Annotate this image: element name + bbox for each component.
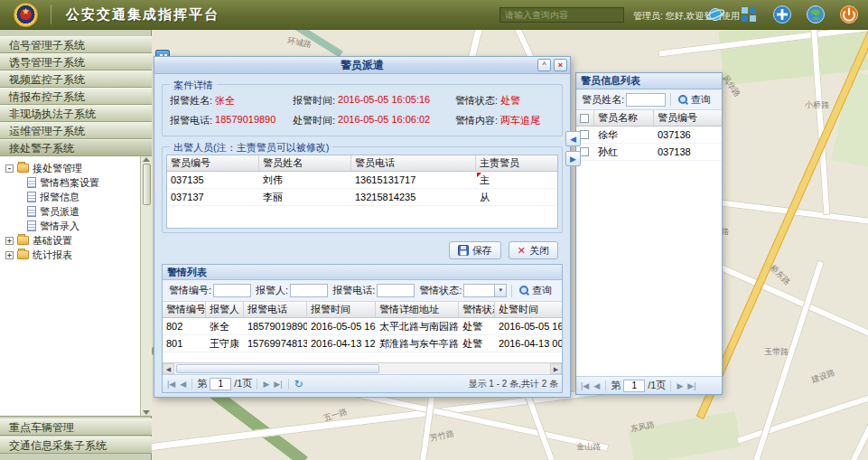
refresh-icon[interactable]: ↻ [294,380,304,389]
globe-orbit-icon[interactable] [705,5,725,24]
collapse-dialog-icon[interactable]: ^ [537,59,551,71]
collapse-icon[interactable]: - [5,164,14,173]
sidebar-item-signal[interactable]: 信号管理子系统 [0,36,152,53]
column-header[interactable]: 警情状态 [459,302,495,317]
phone-input[interactable] [377,284,415,297]
column-header[interactable]: 警员电话 [351,155,476,171]
checkbox-icon[interactable] [580,114,589,123]
scroll-right-icon[interactable]: ▶ [550,363,562,374]
officer-name-input[interactable] [626,93,666,107]
table-row[interactable]: 037135 刘伟 13615131717 主 [167,172,557,189]
paging-separator [605,380,606,391]
subsystem-menu: 信号管理子系统 诱导管理子系统 视频监控子系统 情报布控子系统 非现场执法子系统… [0,36,152,156]
save-button[interactable]: 保存 [449,241,501,259]
table-row[interactable]: 037137 李丽 13215814235 从 [167,189,557,206]
field-label: 报警姓名: [170,94,212,108]
page-number-input[interactable] [623,380,645,392]
table-row[interactable]: 徐华 037136 [576,127,722,144]
table-row[interactable]: 802 张全 18579019890 2016-05-05 16:... 太平北… [163,318,562,335]
status-select[interactable]: ▼ [463,284,507,297]
tree-node-officer-dispatch[interactable]: 警员派遣 [5,204,140,219]
expand-icon[interactable]: + [5,251,14,259]
sidebar-item-dispatch[interactable]: 接处警子系统 [0,139,152,156]
sidebar-item-guidance[interactable]: 诱导管理子系统 [0,53,152,70]
paging-separator [288,379,289,390]
column-header[interactable]: 主责警员 [476,155,552,171]
earth-icon[interactable] [806,5,826,24]
column-header-sorted[interactable]: 警情编号▼ [163,302,206,317]
page-prefix: 第 [611,379,621,392]
prev-page-button[interactable]: ◀ [179,380,187,389]
column-header[interactable]: 报警人 [206,302,244,317]
sidebar-item-video[interactable]: 视频监控子系统 [0,70,152,88]
column-header[interactable]: 警员编号 [654,110,719,126]
move-left-icon[interactable]: ◀ [565,131,581,146]
column-header[interactable]: 警员姓名 [259,155,351,171]
document-icon [27,177,36,188]
sidebar-item-traffic-collection[interactable]: 交通信息采集子系统 [0,437,152,454]
alarm-search-button[interactable]: 查询 [517,283,555,298]
map-road [837,258,868,460]
next-page-button[interactable]: ▶ [262,380,270,389]
scrollbar-thumb[interactable] [143,164,151,205]
next-page-button[interactable]: ▶ [676,381,684,390]
move-right-icon[interactable]: ▶ [565,151,581,166]
reporter-input[interactable] [290,284,328,297]
field-value: 张全 [215,94,235,108]
tree-node-label: 警情档案设置 [40,176,99,190]
table-row[interactable]: 孙红 037138 [576,144,722,161]
column-header[interactable]: 处警时间 [495,302,563,317]
column-header[interactable]: 报警时间 [307,302,376,317]
sidebar-item-key-vehicles[interactable]: 重点车辆管理 [0,418,152,436]
first-page-button[interactable]: |◀ [580,381,590,390]
table-row[interactable]: 801 王守康 15769974813 2016-04-13 12:... 郑淮… [163,335,562,352]
officer-table-header: 警员名称 警员编号 [576,110,722,127]
scrollbar-track[interactable] [143,162,151,410]
column-header[interactable]: 警员编号 [167,155,259,171]
checkbox-icon[interactable] [580,130,589,139]
column-header[interactable]: 警情详细地址 [376,302,459,317]
plus-icon[interactable] [772,5,792,24]
page-number-input[interactable] [210,378,231,390]
status-select-input[interactable] [463,284,494,297]
chevron-down-icon[interactable]: ▼ [494,284,507,297]
last-page-button[interactable]: ▶| [273,380,283,389]
scroll-left-icon[interactable]: ◀ [163,363,174,374]
tree-node-alarm-entry[interactable]: 警情录入 [5,219,140,233]
scrollbar-thumb[interactable] [176,364,379,373]
dialog-titlebar[interactable]: 警员派遣 ^ × [154,57,570,74]
tree-node-statistics[interactable]: + 统计报表 [5,248,140,262]
select-all-checkbox[interactable] [576,110,594,126]
officer-search-button[interactable]: 查询 [676,92,714,108]
horizontal-scrollbar[interactable]: ◀ ▶ [163,362,562,374]
scroll-down-icon[interactable] [143,410,150,415]
last-page-button[interactable]: ▶| [686,381,696,390]
tree-node-archive-settings[interactable]: 警情档案设置 [5,175,140,190]
tree-scrollbar[interactable] [140,156,152,416]
column-header[interactable]: 警员名称 [594,110,654,126]
sidebar-item-intel[interactable]: 情报布控子系统 [0,88,152,105]
checkbox-icon[interactable] [580,147,589,156]
global-search-input[interactable] [499,7,624,23]
map-road [751,260,825,460]
app-header: ★ 公安交通集成指挥平台 管理员: 您好,欢迎登陆使用 [0,0,868,30]
page-total: /1页 [234,377,252,390]
tree-node-basic-settings[interactable]: + 基础设置 [5,233,140,248]
tree-node-alarm-info[interactable]: 报警信息 [5,190,140,204]
dispatch-legend: 出警人员(注：主责警员可以被修改) [170,141,332,155]
tree: - 接处警管理 警情档案设置 报警信息 警员派遣 警情录入 + [0,156,140,416]
grid-apps-icon[interactable] [739,5,759,24]
prev-page-button[interactable]: ◀ [593,381,601,390]
close-dialog-icon[interactable]: × [554,59,567,71]
power-icon[interactable] [839,5,859,24]
column-header[interactable]: 报警电话 [244,302,307,317]
transfer-controls: ◀ ▶ [565,131,581,166]
close-button[interactable]: ✕ 关闭 [509,241,558,259]
tree-node-root[interactable]: - 接处警管理 [5,161,140,175]
sidebar-item-ops[interactable]: 运维管理子系统 [0,122,152,139]
alarm-id-input[interactable] [213,284,251,297]
sidebar-item-offsite[interactable]: 非现场执法子系统 [0,105,152,122]
first-page-button[interactable]: |◀ [166,380,176,389]
expand-icon[interactable]: + [5,237,14,245]
close-x-icon: ✕ [518,245,526,257]
